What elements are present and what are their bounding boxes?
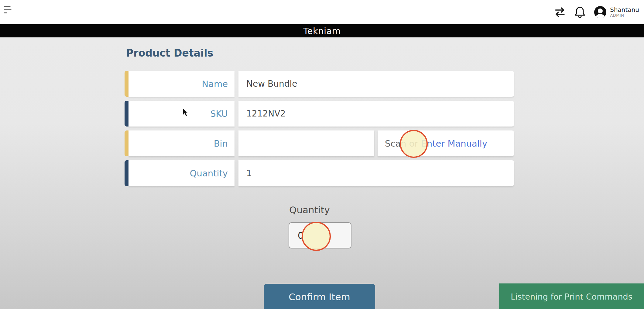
- topbar-divider: [19, 0, 19, 24]
- sku-label: SKU: [128, 101, 235, 127]
- form-row-bin: Bin Scan or Enter Manually: [125, 130, 514, 156]
- enter-manually-link[interactable]: Enter Manually: [421, 138, 487, 149]
- click-highlight-circle-quantity: [302, 222, 331, 251]
- mouse-cursor-icon: [182, 108, 189, 117]
- user-avatar-icon[interactable]: [594, 6, 610, 18]
- app-title: Tekniam: [303, 26, 341, 36]
- bell-icon[interactable]: [574, 6, 586, 19]
- listening-print-commands-button[interactable]: Listening for Print Commands: [499, 283, 644, 309]
- scan-or-enter-link[interactable]: Scan or Enter Manually: [378, 130, 514, 156]
- form-row-quantity: Quantity 1: [125, 160, 514, 186]
- accent-bar: [125, 130, 128, 156]
- quantity-value: 1: [238, 160, 514, 186]
- listening-label: Listening for Print Commands: [511, 292, 632, 301]
- user-role: ADMIN: [610, 13, 639, 18]
- title-bar: Tekniam: [0, 24, 644, 37]
- page-title: Product Details: [126, 47, 213, 59]
- transfer-arrows-icon[interactable]: [554, 7, 566, 18]
- form-row-name: Name New Bundle: [125, 71, 514, 97]
- accent-bar: [125, 101, 128, 127]
- click-highlight-circle-bin: [400, 130, 428, 158]
- quantity-section-label: Quantity: [289, 204, 330, 215]
- quantity-label: Quantity: [128, 160, 235, 186]
- app-screen: Shantanu ADMIN Tekniam Product Details N…: [0, 0, 644, 309]
- accent-bar: [125, 160, 128, 186]
- avatar: [594, 6, 606, 18]
- name-value: New Bundle: [238, 71, 514, 97]
- user-info: Shantanu ADMIN: [610, 6, 639, 18]
- bin-label: Bin: [128, 130, 235, 156]
- product-details-form: Name New Bundle SKU 1212NV2 Bin Scan or …: [125, 71, 514, 186]
- bin-input[interactable]: [238, 130, 374, 156]
- hamburger-menu-icon[interactable]: [4, 6, 13, 14]
- user-name: Shantanu: [610, 6, 639, 13]
- accent-bar: [125, 71, 128, 97]
- name-label: Name: [128, 71, 235, 97]
- sku-value: 1212NV2: [238, 101, 514, 127]
- confirm-item-label: Confirm Item: [289, 291, 350, 302]
- confirm-item-button[interactable]: Confirm Item: [264, 284, 375, 309]
- top-bar: Shantanu ADMIN: [0, 0, 644, 24]
